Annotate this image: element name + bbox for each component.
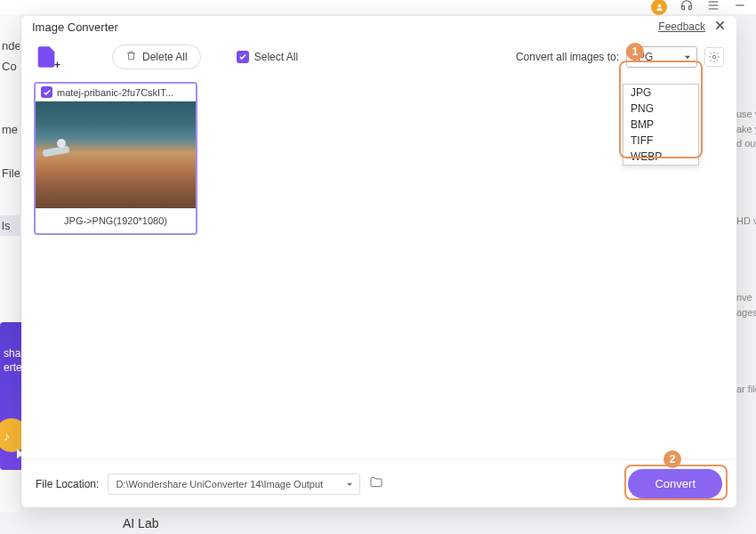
thumbnail-conversion-info: JPG->PNG(1920*1080) (36, 208, 196, 233)
chevron-down-icon (683, 53, 692, 61)
trash-icon (125, 50, 137, 64)
bg-ai-lab-label[interactable]: AI Lab (123, 516, 158, 530)
format-option-jpg[interactable]: JPG (623, 85, 698, 101)
settings-button[interactable] (704, 47, 724, 67)
gear-icon (708, 51, 720, 63)
delete-all-button[interactable]: Delete All (112, 44, 201, 69)
file-location-select[interactable]: D:\Wondershare UniConverter 14\Image Out… (108, 473, 360, 495)
menu-icon[interactable] (706, 0, 720, 16)
format-dropdown: JPG PNG BMP TIFF WEBP (623, 84, 699, 166)
convert-button[interactable]: Convert (628, 469, 722, 498)
bg-text-fragments: use vake yd out HD v nveages ar file (736, 107, 756, 459)
file-location-value: D:\Wondershare UniConverter 14\Image Out… (116, 479, 323, 490)
callout-1-badge: 1 (626, 43, 644, 61)
modal-title: Image Converter (32, 20, 118, 34)
convert-to-group: Convert all images to: JPG (516, 46, 724, 68)
thumbnail-checkbox[interactable] (41, 86, 52, 98)
minimize-icon[interactable] (733, 0, 747, 16)
format-option-webp[interactable]: WEBP (623, 149, 698, 165)
checkbox-icon (237, 51, 249, 63)
select-all-label: Select All (254, 51, 298, 63)
format-option-bmp[interactable]: BMP (623, 117, 698, 133)
plus-icon: + (54, 59, 60, 71)
close-icon[interactable] (714, 19, 726, 35)
image-thumbnail[interactable]: matej-pribanic-2fu7CskIT... JPG->PNG(192… (34, 82, 197, 235)
thumbnail-filename: matej-pribanic-2fu7CskIT... (57, 87, 190, 98)
thumbnail-preview (36, 101, 196, 208)
select-all-checkbox[interactable]: Select All (237, 51, 298, 63)
add-image-button[interactable]: + (34, 44, 59, 69)
chevron-down-icon (345, 480, 354, 489)
thumbnail-header: matej-pribanic-2fu7CskIT... (36, 84, 196, 101)
callout-2-badge: 2 (664, 450, 681, 468)
delete-all-label: Delete All (142, 51, 188, 63)
format-option-png[interactable]: PNG (623, 101, 698, 117)
image-converter-modal: Image Converter Feedback + Delete All Se… (21, 16, 736, 507)
modal-footer: File Location: D:\Wondershare UniConvert… (21, 459, 736, 507)
convert-to-label: Convert all images to: (516, 51, 619, 63)
open-folder-button[interactable] (369, 475, 383, 493)
support-icon[interactable] (680, 0, 694, 16)
app-header (0, 0, 756, 14)
user-avatar-icon[interactable] (651, 0, 667, 15)
modal-header: Image Converter Feedback (21, 16, 736, 37)
folder-icon (369, 475, 383, 490)
feedback-link[interactable]: Feedback (658, 20, 705, 33)
svg-point-0 (712, 55, 716, 59)
file-location-label: File Location: (36, 478, 99, 490)
format-option-tiff[interactable]: TIFF (623, 133, 698, 149)
